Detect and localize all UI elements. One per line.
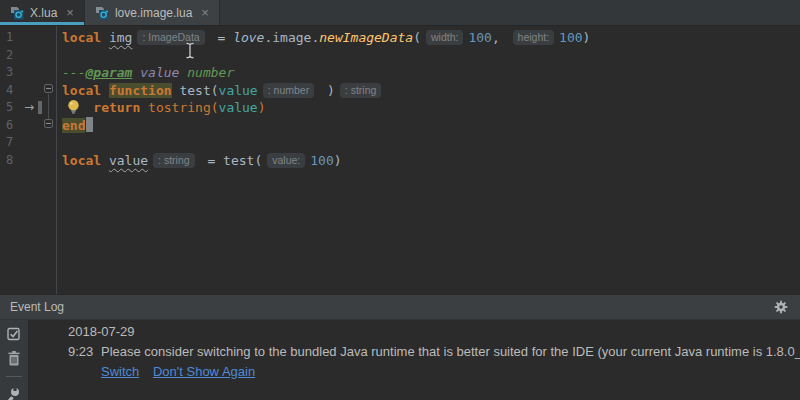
code-token: 100 [468, 30, 491, 45]
code-token: = [210, 30, 233, 45]
code-token: value [219, 100, 258, 115]
lua-file-icon [95, 6, 109, 20]
code-line-5[interactable]: return tostring(value) [62, 99, 800, 117]
code-token: 100 [559, 30, 582, 45]
code-token: ) [583, 30, 591, 45]
code-line-3[interactable]: ---@param value number [62, 64, 800, 82]
code-token: width: [426, 30, 463, 45]
code-token: test( [223, 153, 262, 168]
event-actions: Switch Don't Show Again [68, 363, 800, 381]
active-tab-underline [0, 22, 84, 25]
text-caret [86, 117, 93, 132]
clear-all-trash-icon[interactable] [8, 351, 20, 366]
event-message: Please consider switching to the bundled… [101, 343, 800, 361]
editor-tab-bar: X.lua × love.image.lua × [0, 0, 800, 26]
code-token: = [200, 153, 223, 168]
switch-link[interactable]: Switch [101, 364, 139, 379]
code-token: value: [267, 153, 305, 168]
code-token: test( [172, 83, 219, 98]
code-token: love [233, 30, 264, 45]
code-line-2[interactable] [62, 47, 800, 65]
code-token: newImageData [319, 30, 413, 45]
gutter-caret-bar [38, 101, 42, 114]
close-icon[interactable]: × [201, 6, 209, 19]
code-token: 100 [310, 153, 333, 168]
code-line-8[interactable]: local value: string = test(value:100) [62, 152, 800, 170]
event-log-header: Event Log [0, 294, 800, 320]
event-log-content: 2018-07-29 9:23 Please consider switchin… [29, 320, 800, 400]
close-icon[interactable]: × [66, 6, 74, 19]
tab-label: X.lua [30, 6, 57, 20]
gutter-separator [56, 26, 57, 294]
code-token: value [109, 153, 148, 168]
event-time: 9:23 [68, 343, 101, 361]
line-number: 8 [0, 152, 56, 170]
ide-window: X.lua × love.image.lua × 12345678 local … [0, 0, 800, 400]
code-line-7[interactable] [62, 134, 800, 152]
event-date: 2018-07-29 [68, 323, 800, 341]
mark-all-read-icon[interactable] [7, 327, 21, 341]
code-token: , [492, 30, 508, 45]
code-token: height: [513, 30, 555, 45]
code-line-4[interactable]: local function test(value: number ): str… [62, 82, 800, 100]
toolbar-divider [6, 376, 22, 377]
gutter-caret-arrow-icon: → [24, 99, 34, 117]
line-number: 7 [0, 134, 56, 152]
code-token: local [62, 83, 109, 98]
code-token: function [109, 83, 172, 98]
tab-x-lua[interactable]: X.lua × [0, 0, 85, 25]
code-token: @param [85, 65, 132, 80]
code-token: ) [258, 100, 266, 115]
code-token: : string [340, 83, 382, 98]
gear-icon[interactable] [774, 300, 788, 314]
code-token: : number [263, 83, 314, 98]
code-line-1[interactable]: local img: ImageData = love.image.newIma… [62, 29, 800, 47]
ibeam-mouse-cursor [185, 42, 195, 63]
code-token: ) [319, 83, 335, 98]
code-token: --- [62, 65, 85, 80]
line-number: 2 [0, 47, 56, 65]
line-number: 3 [0, 64, 56, 82]
fold-region-line [48, 94, 49, 119]
event-log-panel: 2018-07-29 9:23 Please consider switchin… [0, 320, 800, 400]
code-token: number [187, 65, 234, 80]
code-token: tostring( [148, 100, 218, 115]
code-token: : string [153, 153, 195, 168]
panel-title: Event Log [10, 300, 64, 314]
code-token: value [140, 65, 179, 80]
dont-show-again-link[interactable]: Don't Show Again [153, 364, 255, 379]
fold-end-icon[interactable] [44, 119, 53, 128]
event-log-toolbar [0, 320, 29, 400]
code-token: .image. [264, 30, 319, 45]
code-token: local [62, 153, 109, 168]
code-line-6[interactable]: end [62, 117, 800, 135]
code-token: ) [334, 153, 342, 168]
event-message-row: 9:23 Please consider switching to the bu… [68, 343, 800, 361]
code-token: end [62, 118, 85, 133]
code-token: local [62, 30, 109, 45]
fold-start-icon[interactable] [44, 84, 53, 93]
line-number: 1 [0, 29, 56, 47]
tab-label: love.image.lua [115, 6, 192, 20]
settings-wrench-icon[interactable] [7, 387, 21, 400]
code-area[interactable]: local img: ImageData = love.image.newIma… [62, 29, 800, 169]
lua-file-icon [10, 6, 24, 20]
code-editor[interactable]: 12345678 local img: ImageData = love.ima… [0, 26, 800, 294]
code-token: ( [413, 30, 421, 45]
lightbulb-icon[interactable] [66, 99, 81, 119]
code-token: img [109, 30, 132, 45]
code-token: return [93, 100, 148, 115]
code-token: value [219, 83, 258, 98]
tab-love-image-lua[interactable]: love.image.lua × [85, 0, 220, 25]
